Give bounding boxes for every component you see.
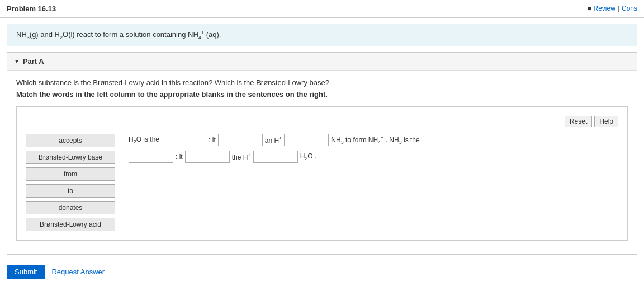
drag-item-bronsted-lowry-acid[interactable]: Brønsted-Lowry acid xyxy=(26,218,115,231)
review-link[interactable]: Review xyxy=(594,4,615,12)
sentence-row-1: H2O is the : it an H+ NH3 to form NH4+ .… xyxy=(129,134,618,146)
right-column: H2O is the : it an H+ NH3 to form NH4+ .… xyxy=(129,134,618,163)
info-text: NH3(g) and H2O(l) react to form a soluti… xyxy=(16,30,221,39)
left-column: accepts Brønsted-Lowry base from to dona… xyxy=(26,134,115,231)
blank-1-1[interactable] xyxy=(162,134,206,146)
part-a-section: ▼ Part A Which substance is the Brønsted… xyxy=(7,52,637,255)
collapse-arrow[interactable]: ▼ xyxy=(14,58,20,64)
question-body: Which substance is the Brønsted-Lowry ac… xyxy=(16,78,329,87)
sentence-1-part-1: H2O is the xyxy=(129,135,159,144)
sentence-2-part-2: the H+ xyxy=(232,152,251,161)
instruction-text: Match the words in the left column to th… xyxy=(16,90,628,99)
bottom-bar: Submit Request Answer xyxy=(0,259,644,284)
sentence-2-part-3: H2O . xyxy=(300,152,317,161)
top-right-links: ■ Review | Cons xyxy=(587,4,637,12)
blank-2-2[interactable] xyxy=(185,151,230,163)
sentence-1-part-4: NH3 to form NH4+ . NH3 is the xyxy=(331,135,419,145)
review-icon: ■ xyxy=(587,4,591,12)
cons-link[interactable]: Cons xyxy=(622,4,637,12)
blank-2-3[interactable] xyxy=(253,151,298,163)
help-button[interactable]: Help xyxy=(594,116,618,127)
reset-button[interactable]: Reset xyxy=(565,116,592,127)
sentence-row-2: : it the H+ H2O . xyxy=(129,151,618,163)
matching-area: accepts Brønsted-Lowry base from to dona… xyxy=(26,134,618,231)
drag-item-donates[interactable]: donates xyxy=(26,201,115,214)
drag-item-from[interactable]: from xyxy=(26,167,115,181)
top-bar: Problem 16.13 xyxy=(0,0,644,18)
sentence-1-part-2: : it xyxy=(209,136,216,144)
blank-1-2[interactable] xyxy=(218,134,263,146)
request-answer-link[interactable]: Request Answer xyxy=(51,268,105,276)
sentence-2-part-1: : it xyxy=(176,153,183,161)
part-a-label: Part A xyxy=(23,57,44,66)
part-a-content: Which substance is the Brønsted-Lowry ac… xyxy=(7,71,637,254)
submit-button[interactable]: Submit xyxy=(7,265,45,279)
blank-2-1[interactable] xyxy=(129,151,173,163)
question-text: Which substance is the Brønsted-Lowry ac… xyxy=(16,78,628,87)
info-bar: NH3(g) and H2O(l) react to form a soluti… xyxy=(7,24,637,46)
page-title: Problem 16.13 xyxy=(7,4,56,13)
reset-help-row: Reset Help xyxy=(26,116,618,127)
separator: | xyxy=(618,4,619,12)
drag-item-bronsted-lowry-base[interactable]: Brønsted-Lowry base xyxy=(26,151,115,164)
blank-1-3[interactable] xyxy=(284,134,329,146)
sentence-1-part-3: an H+ xyxy=(265,135,282,144)
drag-item-accepts[interactable]: accepts xyxy=(26,134,115,147)
drag-item-to[interactable]: to xyxy=(26,184,115,198)
matching-box: Reset Help accepts Brønsted-Lowry base f… xyxy=(16,106,628,241)
part-a-header: ▼ Part A xyxy=(7,53,637,71)
